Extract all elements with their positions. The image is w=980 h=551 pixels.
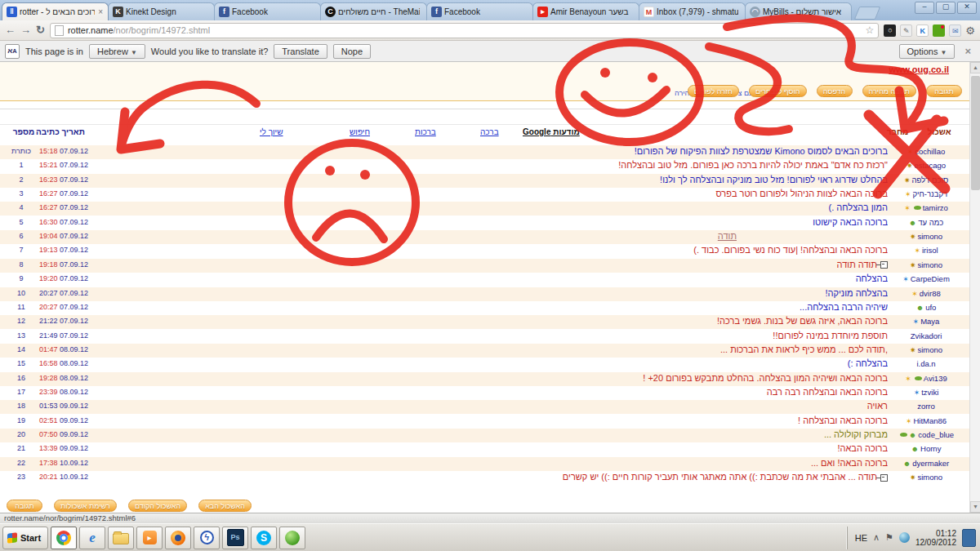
k-extension-icon[interactable]: K (916, 24, 929, 37)
message-link[interactable]: בהצלחה :) (114, 358, 888, 368)
author-name[interactable]: רקבנר-חיק (912, 189, 947, 198)
scrollbar[interactable]: ▲ ▼ (969, 62, 980, 513)
row-number[interactable]: 1 (5, 161, 38, 169)
new-tab-button[interactable] (854, 7, 880, 20)
author-cell[interactable]: ✷סוכם דלפה (891, 176, 961, 184)
nope-button[interactable]: Nope (333, 44, 371, 59)
row-number[interactable]: כותרת (5, 147, 38, 155)
utorrent-taskbar-button[interactable] (279, 527, 305, 549)
message-link[interactable]: ברוכה הבאה ובהצלחה! |עוד כוח נשי בפורום.… (114, 245, 888, 255)
author-cell[interactable]: ✷estacago (891, 161, 961, 170)
forum-action-button[interactable]: תגובה (926, 85, 962, 97)
flag-icon[interactable]: ⚑ (885, 532, 893, 543)
row-number[interactable]: 16 (5, 374, 38, 382)
message-text[interactable]: ברוכה הבאה לצוות הניהול ולפורום רוטר בפר… (715, 189, 888, 198)
message-link[interactable]: ברוכים הבאים לסמוס Kimono שמצטרפת לצוות … (114, 146, 888, 156)
collapse-icon[interactable] (880, 474, 888, 482)
browser-tab[interactable]: MInbox (7,979) - shmatul (639, 2, 746, 20)
message-link[interactable]: ברוכה הבאה! ואם ... (114, 458, 888, 468)
author-name[interactable]: estacago (914, 161, 946, 170)
author-cell[interactable]: ☻code_blue (891, 430, 961, 439)
scroll-down-icon[interactable]: ▼ (970, 501, 980, 513)
tray-blue-icon[interactable] (962, 529, 976, 547)
author-cell[interactable]: ✶dvir88 (891, 289, 961, 298)
author-cell[interactable]: ✶Maya (891, 317, 961, 326)
author-name[interactable]: dyermaker (912, 459, 949, 468)
message-link[interactable]: ברוכה הבאה לצוות הניהול ולפורום רוטר בפר… (114, 189, 888, 198)
infobar-close-icon[interactable]: × (960, 45, 975, 57)
minimize-button[interactable]: – (915, 2, 934, 14)
row-number[interactable]: 17 (5, 388, 38, 396)
browser-tab[interactable]: Cחיים משולחים - TheMai (320, 2, 427, 20)
message-link[interactable]: המון בהצלחה .) (114, 202, 888, 212)
collapse-icon[interactable] (880, 261, 888, 269)
author-cell[interactable]: ✷simono (891, 345, 961, 354)
author-name[interactable]: ufo (925, 303, 936, 312)
message-text[interactable]: תוספת מיוחדת במינה לפורום!! (773, 331, 888, 340)
message-link[interactable]: ברוכה הבאה! (114, 443, 888, 453)
author-name[interactable]: simono (917, 345, 942, 354)
row-number[interactable]: 7 (5, 246, 38, 254)
message-link[interactable]: בהצלחה (114, 273, 888, 283)
row-number[interactable]: 4 (5, 203, 38, 211)
reload-icon[interactable]: ↻ (36, 23, 45, 38)
message-link[interactable]: שיהיה הרבה בהצלחה... (114, 302, 888, 312)
author-cell[interactable]: Zvikadori (891, 331, 961, 340)
row-number[interactable]: 23 (5, 473, 38, 481)
header-link[interactable]: ברכה (480, 127, 499, 136)
message-text[interactable]: ברוכה הבאה ובהצלחה רבה רבה (767, 387, 888, 397)
browser-tab[interactable]: fFacebook (426, 2, 533, 20)
author-name[interactable]: Horny (920, 444, 941, 453)
message-text[interactable]: ,תודה לכם ... ממש כיף לראות את הברכות ..… (720, 344, 888, 354)
row-number[interactable]: 12 (5, 317, 38, 325)
message-text[interactable]: בהצלחה (856, 273, 888, 283)
row-number[interactable]: 22 (5, 459, 38, 467)
message-link[interactable]: מברוק וקולולה ... (114, 429, 888, 439)
message-text[interactable]: בהצלחה מוניקה! (826, 288, 889, 298)
skype-taskbar-button[interactable]: S (251, 527, 277, 549)
message-text[interactable]: תודה תודה (837, 260, 877, 269)
forum-nav-button[interactable]: האשכול הבא (198, 500, 252, 512)
author-cell[interactable]: ☻dyermaker (891, 459, 961, 468)
author-name[interactable]: simono (917, 260, 942, 269)
author-cell[interactable]: ✷simono (891, 260, 961, 269)
header-link[interactable]: מודעות Google (523, 127, 580, 136)
author-name[interactable]: סוכם דלפה (911, 176, 948, 184)
row-number[interactable]: 21 (5, 444, 38, 452)
author-name[interactable]: i.da.n (916, 359, 935, 368)
header-link[interactable]: חיפוש (350, 127, 370, 136)
message-text[interactable]: בהצלחה :) (848, 358, 888, 368)
language-indicator[interactable]: HE (855, 533, 867, 543)
message-text[interactable]: ברוכה הבאה! ואם ... (811, 458, 888, 468)
author-cell[interactable]: ✶tzviki (891, 388, 961, 397)
message-text[interactable]: מברוק וקולולה ... (824, 429, 888, 439)
row-number[interactable]: 10 (5, 289, 38, 297)
row-number[interactable]: 9 (5, 274, 38, 282)
author-name[interactable]: dvir88 (920, 289, 941, 298)
message-text[interactable]: תודה (718, 231, 737, 241)
forum-nav-button[interactable]: האשכול הקודם (128, 500, 187, 512)
browser-tab[interactable]: ◠MyBills - אישור תשלום (745, 2, 852, 20)
author-name[interactable]: כמה עד (918, 218, 943, 227)
author-name[interactable]: Maya (920, 317, 939, 326)
message-link[interactable]: ברוכה הבאה ובהצלחה ! (114, 415, 888, 425)
row-number[interactable]: 18 (5, 402, 38, 410)
author-name[interactable]: CarpeDiem (911, 274, 950, 283)
message-text[interactable]: ברוכה הבאה ובהצלחה! |עוד כוח נשי בפורום.… (693, 245, 888, 255)
wrench-menu-icon[interactable]: ⚙ (965, 24, 975, 37)
author-cell[interactable]: ✶HitMan86 (891, 416, 961, 425)
scrollbar-thumb[interactable] (971, 76, 980, 190)
browser-tab[interactable]: ‖rotter - ברוכים הבאים ל× (2, 2, 109, 20)
message-text[interactable]: ברוכים הבאים לסמוס Kimono שמצטרפת לצוות … (635, 146, 888, 156)
message-link[interactable]: בהחלט שדרוג ראוי לפורום! מזל טוב מוניקה … (114, 175, 888, 184)
author-name[interactable]: HitMan86 (913, 416, 947, 425)
forum-action-button[interactable]: הוסף לנבחרים (749, 85, 807, 97)
forum-nav-button[interactable]: תגובה (7, 500, 42, 512)
message-text[interactable]: בהחלט שדרוג ראוי לפורום! מזל טוב מוניקה … (660, 175, 888, 184)
message-text[interactable]: ברוכה הבאה! (837, 443, 888, 453)
author-cell[interactable]: ✶רקבנר-חיק (891, 189, 961, 198)
forward-icon[interactable]: → (20, 23, 31, 38)
author-name[interactable]: cochillao (915, 147, 945, 156)
author-cell[interactable]: ✶cochillao (891, 147, 961, 156)
start-button[interactable]: Start (2, 527, 48, 549)
